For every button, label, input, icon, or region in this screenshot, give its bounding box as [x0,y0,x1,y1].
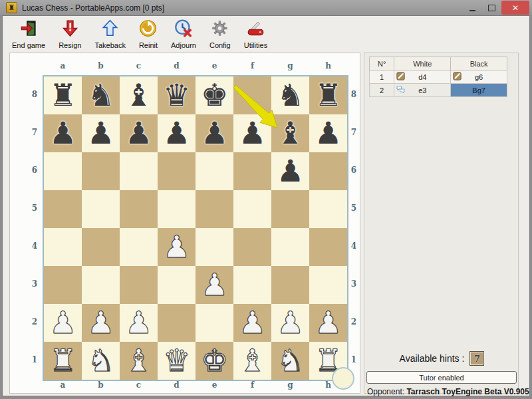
square-c1[interactable]: ♝ [120,342,158,380]
square-a2[interactable]: ♟ [44,304,82,342]
square-c6[interactable] [120,152,158,190]
chess-board[interactable]: ♜♞♝♛♚♞♜♟♟♟♟♟♟♝♟♟♟♟♟♟♟♟♟♟♜♞♝♛♚♝♞♜ [43,75,348,381]
tutor-enabled-button[interactable]: Tutor enabled [366,371,517,384]
square-f5[interactable] [233,190,271,228]
square-b2[interactable]: ♟ [82,304,120,342]
square-g2[interactable]: ♟ [271,304,309,342]
black-queen-d8[interactable]: ♛ [158,76,196,114]
move-cell-black-2[interactable]: Bg7 [451,84,507,97]
square-e3[interactable]: ♟ [196,266,233,304]
white-pawn-a2[interactable]: ♟ [44,304,82,342]
square-g3[interactable] [271,266,309,304]
black-pawn-g6[interactable]: ♟ [271,152,309,190]
white-king-e1[interactable]: ♚ [196,342,233,380]
square-f1[interactable]: ♝ [233,342,271,380]
square-g8[interactable]: ♞ [271,76,309,114]
white-bishop-f1[interactable]: ♝ [233,342,271,380]
move-row-2[interactable]: 2e3Bg7 [370,84,507,97]
square-e8[interactable]: ♚ [196,76,233,114]
black-pawn-c7[interactable]: ♟ [120,114,158,152]
square-a3[interactable] [44,266,82,304]
square-e2[interactable] [196,304,233,342]
square-f6[interactable] [233,152,271,190]
white-bishop-c1[interactable]: ♝ [120,342,158,380]
black-pawn-e7[interactable]: ♟ [196,114,233,152]
black-rook-h8[interactable]: ♜ [309,76,347,114]
adjourn-button[interactable]: Adjourn [168,19,199,51]
takeback-button[interactable]: Takeback [92,19,128,51]
black-pawn-b7[interactable]: ♟ [82,114,120,152]
square-b8[interactable]: ♞ [82,76,120,114]
white-knight-b1[interactable]: ♞ [82,342,120,380]
square-d5[interactable] [158,190,196,228]
square-h5[interactable] [309,190,347,228]
white-knight-g1[interactable]: ♞ [271,342,309,380]
black-knight-g8[interactable]: ♞ [271,76,309,114]
square-f2[interactable]: ♟ [233,304,271,342]
white-pawn-h2[interactable]: ♟ [309,304,347,342]
square-b4[interactable] [82,228,120,266]
square-b5[interactable] [82,190,120,228]
resign-button[interactable]: Resign [56,19,84,51]
square-d2[interactable] [158,304,196,342]
square-e6[interactable] [196,152,233,190]
square-e7[interactable]: ♟ [196,114,233,152]
utilities-button[interactable]: Utilities [241,19,270,51]
white-rook-a1[interactable]: ♜ [44,342,82,380]
square-f4[interactable] [233,228,271,266]
black-pawn-f7[interactable]: ♟ [233,114,271,152]
square-g1[interactable]: ♞ [271,342,309,380]
black-pawn-d7[interactable]: ♟ [158,114,196,152]
square-c5[interactable] [120,190,158,228]
square-d6[interactable] [158,152,196,190]
white-pawn-f2[interactable]: ♟ [233,304,271,342]
square-b6[interactable] [82,152,120,190]
square-f3[interactable] [233,266,271,304]
square-h7[interactable]: ♟ [309,114,347,152]
white-pawn-e3[interactable]: ♟ [196,266,233,304]
end-game-button[interactable]: End game [9,19,48,51]
move-cell-white-2[interactable]: e3 [394,84,451,97]
white-queen-d1[interactable]: ♛ [158,342,196,380]
move-row-1[interactable]: 1d4g6 [370,70,507,84]
square-b7[interactable]: ♟ [82,114,120,152]
square-b1[interactable]: ♞ [82,342,120,380]
move-cell-white-1[interactable]: d4 [394,70,451,84]
square-d1[interactable]: ♛ [158,342,196,380]
square-c4[interactable] [120,228,158,266]
square-h3[interactable] [309,266,347,304]
black-bishop-g7[interactable]: ♝ [271,114,309,152]
config-button[interactable]: Config [207,19,233,51]
black-pawn-h7[interactable]: ♟ [309,114,347,152]
black-pawn-a7[interactable]: ♟ [44,114,82,152]
white-pawn-d4[interactable]: ♟ [158,228,196,266]
square-a8[interactable]: ♜ [44,76,82,114]
square-g5[interactable] [271,190,309,228]
square-g6[interactable]: ♟ [271,152,309,190]
square-d4[interactable]: ♟ [158,228,196,266]
white-pawn-c2[interactable]: ♟ [120,304,158,342]
square-a5[interactable] [44,190,82,228]
square-a7[interactable]: ♟ [44,114,82,152]
square-a6[interactable] [44,152,82,190]
maximize-button[interactable] [482,1,501,15]
close-button[interactable]: ✕ [501,1,529,15]
minimize-button[interactable] [463,1,482,15]
square-e1[interactable]: ♚ [196,342,233,380]
square-d8[interactable]: ♛ [158,76,196,114]
square-c3[interactable] [120,266,158,304]
square-c7[interactable]: ♟ [120,114,158,152]
moves-table[interactable]: N°WhiteBlack1d4g62e3Bg7 [369,57,507,97]
square-d3[interactable] [158,266,196,304]
square-g4[interactable] [271,228,309,266]
square-d7[interactable]: ♟ [158,114,196,152]
black-king-e8[interactable]: ♚ [196,76,233,114]
white-pawn-b2[interactable]: ♟ [82,304,120,342]
square-f8[interactable] [233,76,271,114]
square-a4[interactable] [44,228,82,266]
square-h8[interactable]: ♜ [309,76,347,114]
square-g7[interactable]: ♝ [271,114,309,152]
move-cell-black-1[interactable]: g6 [451,70,507,84]
square-f7[interactable]: ♟ [233,114,271,152]
square-c8[interactable]: ♝ [120,76,158,114]
